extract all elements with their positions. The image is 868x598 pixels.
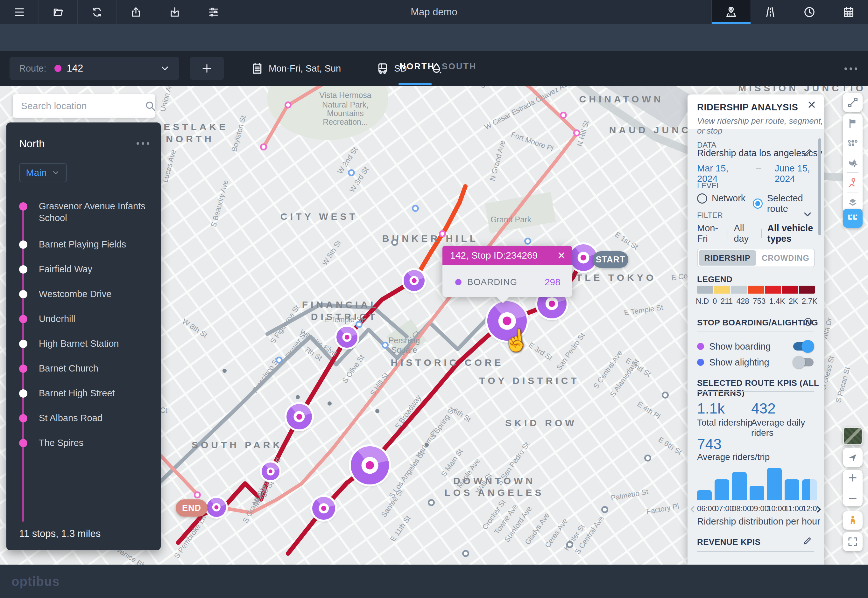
menu-button[interactable] <box>0 0 39 24</box>
stop-list-item[interactable]: Barnet Church <box>6 362 159 387</box>
date-to[interactable]: June 15, 2024 <box>775 163 824 184</box>
legend-color-scale <box>697 286 815 294</box>
radio-selected-icon[interactable] <box>753 199 763 209</box>
tab-north[interactable]: NORTH <box>399 62 435 72</box>
pattern-selector-label: Main <box>26 167 46 178</box>
map-canvas[interactable]: WESTLAKENORTHCITY WESTBUNKER HILLCHINATO… <box>0 86 868 565</box>
preferences-button[interactable] <box>194 0 233 24</box>
tool-timetable-view[interactable] <box>829 0 868 24</box>
flag-icon[interactable] <box>847 118 858 129</box>
boarding-stop-marker[interactable] <box>286 404 312 429</box>
map-district-label: WESTLAKE <box>152 121 228 132</box>
filter-collapse-chevron[interactable] <box>802 209 813 220</box>
stop-popup-body: BOARDING298 <box>442 265 572 297</box>
map-stop-dot[interactable] <box>285 102 292 108</box>
boarding-stop-marker[interactable] <box>403 270 424 291</box>
layers-icon[interactable] <box>847 197 859 208</box>
map-stop-dot[interactable] <box>573 130 580 136</box>
stop-list-item[interactable]: Barnet Playing Fields <box>6 238 159 263</box>
level-option-network[interactable]: Network <box>697 193 745 203</box>
map-stop-dot[interactable] <box>412 205 419 212</box>
schedule-chip[interactable]: Mon-Fri, Sat, Sun <box>251 51 341 86</box>
boarding-stop-marker[interactable] <box>262 462 279 480</box>
show-alighting-toggle[interactable] <box>793 358 814 366</box>
boarding-stop-marker[interactable] <box>312 497 335 520</box>
map-stop-dot[interactable] <box>662 392 669 399</box>
mode-tab-ridership[interactable]: RIDERSHIP <box>699 250 756 266</box>
map-stop-dot[interactable] <box>462 550 469 557</box>
tool-time-view[interactable] <box>790 0 829 24</box>
chart-prev-chevron[interactable] <box>688 505 697 514</box>
filter-vehicles[interactable]: All vehicle types <box>768 223 824 244</box>
legend-tick: 211 <box>721 297 733 306</box>
close-icon[interactable] <box>807 100 817 110</box>
ridership-tool-button-active[interactable] <box>843 209 863 228</box>
map-stop-dot[interactable] <box>391 239 398 246</box>
boarding-stop-marker[interactable] <box>336 327 357 348</box>
map-stop-dot[interactable] <box>644 454 651 462</box>
tool-map-view[interactable] <box>711 0 751 24</box>
map-street-label: Lucas Ave <box>161 148 178 183</box>
locate-button[interactable] <box>843 448 863 467</box>
stop-dot-icon <box>19 439 27 447</box>
map-stop-dot[interactable] <box>260 144 267 151</box>
street-view-pegman[interactable] <box>843 511 863 529</box>
search-box <box>13 94 155 118</box>
map-stop-dot[interactable] <box>276 357 283 363</box>
add-route-button[interactable] <box>190 57 224 80</box>
filter-days[interactable]: Mon-Fri <box>697 223 722 244</box>
fullscreen-button[interactable] <box>843 532 863 551</box>
map-stop-dot[interactable] <box>524 238 531 245</box>
route-bar-more-button[interactable] <box>844 67 857 70</box>
stops-panel-more-button[interactable] <box>136 142 149 145</box>
stop-list-item[interactable]: The Spires <box>6 437 159 461</box>
zoom-out-button[interactable] <box>847 493 858 504</box>
info-icon[interactable] <box>804 317 813 327</box>
edit-data-icon[interactable] <box>803 148 812 157</box>
stop-list-item[interactable]: St Albans Road <box>6 412 159 437</box>
map-stop-dot[interactable] <box>560 112 567 119</box>
boarding-stop-marker[interactable] <box>351 446 389 484</box>
level-option-selected-route[interactable]: Selected route <box>753 193 824 214</box>
boarding-stop-marker[interactable] <box>207 498 226 517</box>
radio-unselected-icon[interactable] <box>697 193 707 203</box>
map-stop-dot[interactable] <box>355 321 363 328</box>
map-stop-dot[interactable] <box>348 169 355 176</box>
segment-tool-button[interactable] <box>843 93 863 112</box>
map-stop-dot[interactable] <box>566 541 573 548</box>
stop-dot-icon <box>19 365 27 373</box>
mode-tab-crowding[interactable]: CROWDING <box>757 250 814 266</box>
stop-list-item[interactable]: Underhill <box>6 312 159 337</box>
tab-south[interactable]: SOUTH <box>442 62 477 72</box>
map-stop-dot[interactable] <box>382 342 389 348</box>
zoom-in-button[interactable] <box>847 472 858 483</box>
stop-list-item[interactable]: Barnet High Street <box>6 387 159 412</box>
route-selector[interactable]: Route: 142 <box>9 57 179 80</box>
satellite-toggle[interactable] <box>843 427 863 446</box>
tool-road-view[interactable] <box>751 0 790 24</box>
pattern-selector[interactable]: Main <box>19 163 67 182</box>
stop-list-item[interactable]: Westcombe Drive <box>6 287 159 312</box>
stop-route-pin-icon[interactable] <box>847 177 859 188</box>
export-button[interactable] <box>117 0 155 24</box>
sync-button[interactable] <box>78 0 117 24</box>
pie-select-icon[interactable] <box>847 157 859 168</box>
search-icon[interactable] <box>144 100 156 112</box>
stop-list-item[interactable]: Grasvenor Avenue Infants School <box>6 200 159 238</box>
map-stop-dot[interactable] <box>194 492 201 498</box>
panel-scrollbar[interactable] <box>819 138 821 235</box>
edit-revenue-icon[interactable] <box>803 536 812 546</box>
open-project-button[interactable] <box>39 0 78 24</box>
stop-settings-icon[interactable] <box>847 137 859 148</box>
map-stop-dot[interactable] <box>439 230 446 237</box>
search-input[interactable] <box>20 100 144 112</box>
map-stop-dot[interactable] <box>428 499 435 506</box>
import-button[interactable] <box>155 0 194 24</box>
filter-values[interactable]: Mon-Fri All day All vehicle types <box>697 223 824 244</box>
filter-time[interactable]: All day <box>734 223 755 244</box>
show-boarding-toggle[interactable] <box>793 342 814 351</box>
stop-list-item[interactable]: High Barnet Station <box>6 337 159 362</box>
map-stop-dot[interactable] <box>601 506 608 513</box>
stop-list-item[interactable]: Fairfield Way <box>6 263 159 287</box>
close-icon[interactable] <box>557 251 566 260</box>
